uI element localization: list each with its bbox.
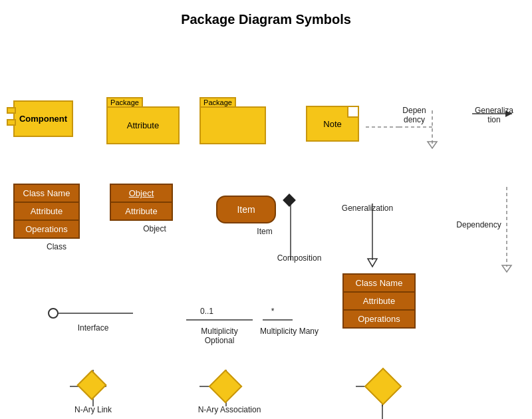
component-label: Component [19,114,67,124]
package2-symbol: Package [200,97,266,147]
svg-marker-10 [368,259,377,267]
object-attribute: Attribute [111,203,172,219]
object-footer: Object [123,224,186,233]
multiplicity-many-label: Multiplicity Many [253,327,326,336]
component-symbol: Component [13,100,73,137]
package1-body-label: Attribute [127,120,159,130]
n-ary-assoc-label: N-Ary Association [196,405,263,414]
multiplicity-optional-label: Multiplicity Optional [186,327,253,345]
n-ary-assoc-diamond [213,374,237,398]
n-ary-assoc-class-diamond [370,373,396,400]
class2-symbol: Class Name Attribute Operations [342,273,416,329]
svg-marker-7 [502,265,511,272]
class-name: Class Name [15,185,78,203]
generalization2-label: Generalization [336,204,399,213]
generalization-label: Generaliza tion [471,106,517,124]
note-label: Note [323,119,341,129]
multiplicity-optional-value: 0..1 [197,307,217,316]
class2-operations: Operations [344,311,414,327]
composition-label: Composition [273,253,326,263]
object-name: Object [111,185,172,203]
class-attribute: Attribute [15,203,78,221]
package1-body: Attribute [106,106,180,144]
item-symbol: Item Item [216,196,276,233]
package2-body [200,106,266,144]
interface-circle [48,308,59,319]
item-label: Item [237,204,255,215]
package1-symbol: Package Attribute [106,97,180,147]
n-ary-link-label: N-Ary Link [66,405,120,414]
multiplicity-many-value: * [266,307,279,316]
object-symbol: Object Attribute Object [110,184,173,230]
item-footer: Item [235,227,295,236]
note-symbol: Note [306,106,359,142]
class-operations: Operations [15,221,78,237]
class-symbol: Class Name Attribute Operations Class [13,184,80,248]
svg-marker-2 [428,142,437,148]
n-ary-link-diamond [81,374,102,396]
interface-label: Interface [66,323,120,333]
dependency2-label: Dependency [452,220,505,229]
class2-name: Class Name [344,275,414,293]
page-title: Package Diagram Symbols [0,0,532,34]
class-footer: Class [23,242,90,251]
dependency-label: Depen dency [398,106,431,124]
class2-attribute: Attribute [344,293,414,311]
composition-diamond [285,196,294,205]
